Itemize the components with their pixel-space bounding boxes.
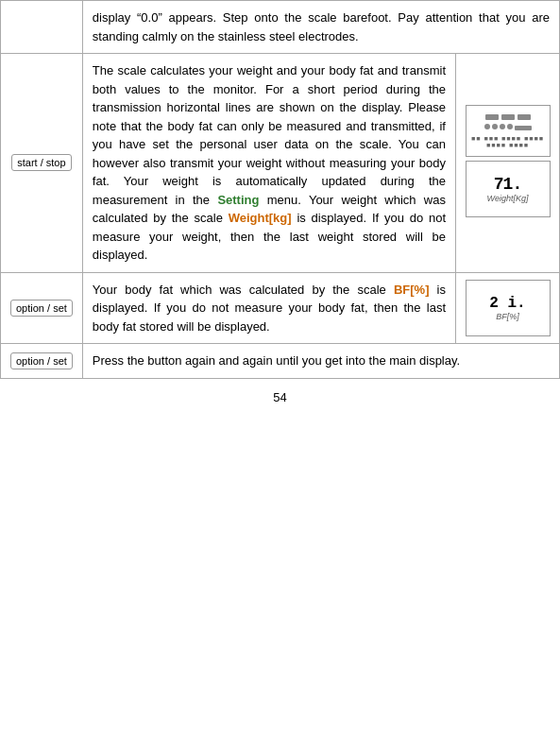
start-stop-badge: start / stop bbox=[11, 154, 71, 171]
text-cell-option-set-1: Your body fat which was calculated by th… bbox=[82, 272, 455, 344]
highlight-setting: Set­ting bbox=[217, 193, 259, 207]
text-cell-option-set-2: Press the button again and again until y… bbox=[82, 344, 559, 379]
seg-small-row: ■■ ■■■ ■■■■ ■■■■ ■■■■ ■■■■ bbox=[467, 135, 550, 148]
table-row: display “0.0” appears. Step onto the sca… bbox=[1, 1, 560, 54]
image-cell-bf: 2 i. BF[%] bbox=[456, 272, 560, 344]
image-cell-start-stop: ■■ ■■■ ■■■■ ■■■■ ■■■■ ■■■■ 71. Weight[Kg… bbox=[456, 54, 560, 273]
display-box-weight: 71. Weight[Kg] bbox=[466, 161, 551, 217]
label-cell-start-stop: start / stop bbox=[1, 54, 83, 273]
seg-block bbox=[485, 114, 499, 120]
seg-dot bbox=[492, 124, 498, 129]
text-cell-start-stop: The scale calculates your weight and you… bbox=[82, 54, 455, 273]
seg-dot bbox=[484, 124, 490, 129]
bf-label-display: BF[%] bbox=[496, 312, 519, 321]
seg-dots-row bbox=[484, 124, 532, 130]
highlight-weight-kg: Weight[kg] bbox=[229, 211, 292, 225]
display-box-bf: 2 i. BF[%] bbox=[466, 280, 551, 336]
page-number: 54 bbox=[0, 390, 560, 404]
seg-dot bbox=[500, 124, 505, 129]
weight-label-display: Weight[Kg] bbox=[487, 194, 529, 203]
table-row-option-set-bf: option / set Your body fat which was cal… bbox=[1, 272, 560, 344]
table-row-option-set-press: option / set Press the button again and … bbox=[1, 344, 560, 379]
text-cell-0: display “0.0” appears. Step onto the sca… bbox=[82, 1, 559, 54]
content-table: display “0.0” appears. Step onto the sca… bbox=[0, 0, 560, 379]
option-set-badge-1: option / set bbox=[10, 300, 73, 317]
label-cell-option-set-2: option / set bbox=[1, 344, 83, 379]
display-box-lines: ■■ ■■■ ■■■■ ■■■■ ■■■■ ■■■■ bbox=[466, 105, 551, 157]
seg-block-sm bbox=[515, 126, 532, 130]
option-set-badge-2: option / set bbox=[10, 352, 73, 369]
seg-dot bbox=[507, 124, 513, 129]
weight-value-display: 71. bbox=[494, 175, 521, 194]
page-wrapper: display “0.0” appears. Step onto the sca… bbox=[0, 0, 560, 423]
seg-block bbox=[501, 114, 515, 120]
highlight-bf: BF[%] bbox=[394, 283, 430, 297]
label-cell-option-set-1: option / set bbox=[1, 272, 83, 344]
label-cell-0 bbox=[1, 1, 83, 54]
seg-block bbox=[518, 114, 531, 120]
seg-row-1 bbox=[485, 114, 531, 120]
bf-value-display: 2 i. bbox=[489, 295, 525, 312]
table-row-start-stop: start / stop The scale calculates your w… bbox=[1, 54, 560, 273]
